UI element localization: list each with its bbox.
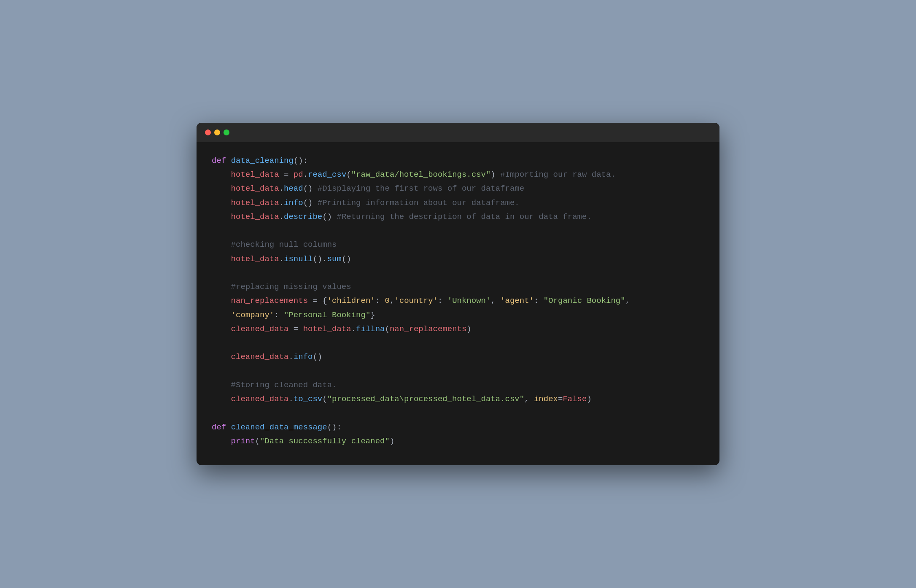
close-button[interactable] [205,129,211,135]
maximize-button[interactable] [224,129,229,135]
minimize-button[interactable] [214,129,220,135]
code-block: def data_cleaning(): hotel_data = pd.rea… [197,142,719,465]
titlebar [197,123,719,142]
code-window: def data_cleaning(): hotel_data = pd.rea… [197,123,719,465]
